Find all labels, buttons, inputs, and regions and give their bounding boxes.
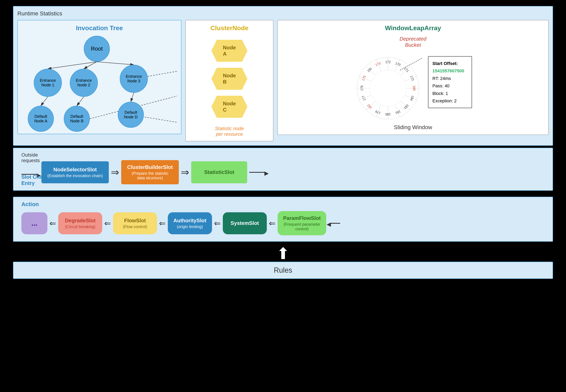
rev-arrow-2: ⇐: [104, 219, 111, 228]
exit-line: ▶: [249, 172, 265, 173]
tree-entrance1: Entrance Node 1: [34, 69, 62, 97]
authority-slot: AuthoritySlot (origin limiting): [168, 212, 212, 234]
tree-root: Root: [84, 36, 110, 62]
tree-default-b: Default Node B: [64, 106, 90, 132]
start-value: 1541557607500: [432, 67, 468, 75]
svg-text:180: 180: [385, 112, 391, 116]
tree-entrance3: Entrance Node 3: [120, 65, 148, 93]
cluster-node-a: Node A: [211, 40, 247, 62]
svg-text:172: 172: [410, 75, 415, 81]
wheel-container: 180 179 162 177 176 175 191 173 172 170: [354, 54, 422, 122]
rev-arrow-5: ⇐: [269, 219, 276, 228]
cluster-node-c: Node C: [211, 96, 247, 118]
svg-text:175: 175: [361, 75, 366, 81]
svg-line-0: [48, 62, 97, 69]
svg-line-1: [84, 62, 97, 69]
svg-text:185: 185: [412, 85, 416, 91]
svg-text:176: 176: [360, 85, 363, 91]
window-title: WindowLeapArray: [385, 24, 441, 32]
cluster-box: ClusterNode Node A Node B Node C Statist…: [185, 20, 273, 141]
tree-default-d: Default Node D: [118, 102, 144, 128]
outside-label: Outside requests: [21, 152, 40, 163]
svg-text:177: 177: [361, 95, 366, 101]
flow-slot: FlowSlot (Flow control): [113, 212, 157, 234]
svg-line-4: [77, 97, 84, 106]
tree-default-a: Default Node A: [28, 106, 54, 132]
svg-text:179: 179: [375, 110, 381, 115]
runtime-inner: Invocation Tree: [17, 20, 549, 141]
invocation-title: Invocation Tree: [22, 24, 177, 32]
svg-line-5: [131, 93, 134, 102]
slot-section: Outside requests ▶ NodeSelectorSlot (Est…: [13, 148, 553, 191]
rev-arrow-4: ⇐: [214, 219, 221, 228]
up-arrow-section: ⬆: [13, 244, 553, 262]
svg-line-45: [400, 58, 422, 70]
rt-info: RT: 24ms: [432, 75, 468, 82]
degrade-slot: DegradeSlot (Circuit breaking): [58, 212, 102, 234]
start-offset-label: Start Offset:: [432, 60, 468, 67]
system-slot: SystemSlot: [223, 212, 267, 234]
exception-info: Exception: 2: [432, 97, 468, 105]
up-arrow-icon: ⬆: [276, 246, 290, 262]
cluster-title: ClusterNode: [210, 24, 248, 32]
rev-arrow-3: ⇐: [159, 219, 166, 228]
param-flow-slot: ParamFlowSlot (Frequent parameter contro…: [278, 211, 326, 235]
cluster-builder-slot: ClusterBuilderSlot (Prepare the statisti…: [121, 160, 179, 184]
sliding-window-area: 180 179 162 177 176 175 191 173 172 170: [282, 54, 544, 122]
cluster-node-b: Node B: [211, 68, 247, 90]
svg-text:173: 173: [375, 61, 381, 67]
info-box: Start Offset: 1541557607500 RT: 24ms Pas…: [428, 56, 472, 108]
slot-chain-flow: ▶ NodeSelectorSlot (Establish the invoca…: [21, 160, 265, 184]
rev-exit-line: ◀: [330, 223, 340, 224]
rev-arrow-1: ⇐: [49, 219, 56, 228]
svg-line-2: [97, 62, 134, 65]
arrow-2: ⇒: [181, 167, 189, 178]
deprecated-label: Deprecated Bucket: [400, 36, 426, 48]
node-selector-slot: NodeSelectorSlot (Establish the invocati…: [41, 161, 109, 183]
window-info: Start Offset: 1541557607500 RT: 24ms Pas…: [428, 56, 472, 108]
slot-chain-label: Slot Chain Entry: [21, 174, 47, 186]
arrow-1: ⇒: [111, 167, 119, 178]
pass-info: Pass: 40: [432, 82, 468, 90]
svg-text:184: 184: [410, 95, 415, 101]
separator1: [13, 191, 553, 195]
ellipsis-slot: ...: [21, 212, 47, 234]
statistic-slot: StatisticSlot: [191, 161, 247, 183]
tree-entrance2: Entrance Node 2: [70, 69, 98, 97]
block-info: Block: 1: [432, 90, 468, 97]
rules-section: Rules: [13, 262, 553, 279]
runtime-section: Runtime Statistics Invocation Tree: [13, 6, 553, 146]
rules-label: Rules: [274, 266, 292, 274]
svg-text:172: 172: [385, 60, 391, 64]
sliding-label: Sliding Window: [394, 124, 432, 130]
action-label: Action: [21, 201, 39, 208]
svg-line-3: [41, 97, 48, 106]
invocation-box: Invocation Tree: [17, 20, 181, 134]
wheel-svg: 180 179 162 177 176 175 191 173 172 170: [354, 54, 422, 122]
runtime-title: Runtime Statistics: [17, 10, 549, 17]
action-section: Action ... ⇐ DegradeSlot (Circuit breaki…: [13, 197, 553, 242]
cluster-subtitle: Statistic node per resource: [215, 126, 244, 137]
tree-container: Root Entrance Node 1 Entrance Node 2 Ent…: [22, 34, 177, 130]
svg-text:170: 170: [395, 61, 401, 67]
window-box: WindowLeapArray Deprecated Bucket: [277, 20, 549, 135]
svg-text:181: 181: [395, 110, 401, 115]
action-flow: ... ⇐ DegradeSlot (Circuit breaking) ⇐ F…: [21, 211, 340, 235]
svg-point-12: [370, 70, 406, 106]
